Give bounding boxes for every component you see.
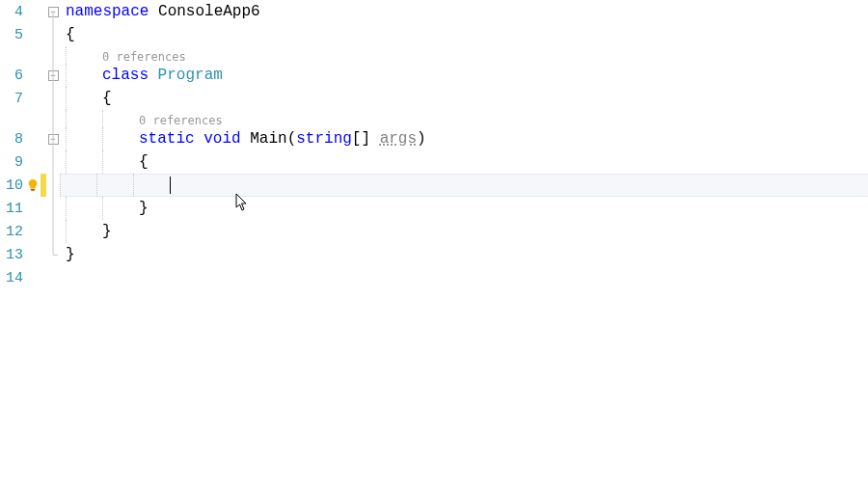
- line-number: 5: [0, 27, 25, 43]
- lightbulb-icon[interactable]: [25, 174, 41, 197]
- code-line[interactable]: class Program: [60, 64, 868, 87]
- namespace-name: ConsoleApp6: [149, 3, 259, 20]
- codelens[interactable]: 0 references: [60, 46, 868, 64]
- glyph-margin: [25, 243, 41, 266]
- brace: {: [66, 26, 75, 43]
- fold-toggle[interactable]: −: [46, 0, 60, 23]
- code-line[interactable]: {: [60, 87, 868, 110]
- fold-toggle[interactable]: −: [46, 64, 60, 87]
- code-line[interactable]: }: [60, 243, 868, 266]
- svg-rect-0: [31, 189, 35, 190]
- line-number-spacer: [0, 110, 25, 127]
- codelens[interactable]: 0 references: [60, 110, 868, 127]
- space: [195, 130, 204, 148]
- param-args: args: [380, 130, 417, 148]
- brace: }: [139, 200, 149, 217]
- line-number: 11: [0, 201, 25, 217]
- glyph-margin: [25, 127, 41, 150]
- outline-guide: [46, 197, 60, 220]
- code-area[interactable]: namespace ConsoleApp6 { 0 references cla…: [60, 0, 868, 488]
- keyword-class: class: [102, 67, 149, 84]
- code-line[interactable]: {: [60, 23, 868, 46]
- code-line[interactable]: static void Main(string[] args): [60, 127, 868, 150]
- line-number: 12: [0, 224, 25, 240]
- code-line[interactable]: namespace ConsoleApp6: [60, 0, 868, 23]
- keyword-namespace: namespace: [66, 3, 149, 20]
- line-number: 9: [0, 154, 25, 171]
- glyph-margin: [25, 197, 41, 220]
- outline-guide: [46, 266, 60, 289]
- glyph-margin: [25, 23, 41, 46]
- line-number: 7: [0, 91, 25, 107]
- line-number: 8: [0, 131, 25, 148]
- glyph-margin: [25, 87, 41, 110]
- keyword-static: static: [139, 130, 195, 148]
- glyph-margin: [25, 64, 41, 87]
- line-number-spacer: [0, 46, 25, 64]
- code-editor[interactable]: 4 − 5 6: [0, 0, 868, 488]
- line-number: 13: [0, 247, 25, 263]
- method-name: Main(: [241, 130, 297, 148]
- keyword-string: string: [296, 130, 352, 148]
- codelens-text[interactable]: 0 references: [139, 114, 223, 127]
- line-number: 10: [0, 177, 25, 194]
- outline-guide: [46, 110, 60, 127]
- glyph-margin: [25, 110, 41, 127]
- brace: }: [66, 246, 75, 263]
- codelens-text[interactable]: 0 references: [102, 50, 186, 64]
- glyph-margin: [25, 220, 41, 243]
- outline-guide: [46, 150, 60, 174]
- outline-guide: [46, 87, 60, 110]
- code-line[interactable]: [60, 266, 868, 289]
- glyph-margin: [25, 46, 41, 64]
- code-line-current[interactable]: [60, 174, 868, 197]
- line-number: 14: [0, 270, 25, 286]
- outline-guide: [46, 46, 60, 64]
- brace: {: [102, 90, 112, 107]
- line-number: 4: [0, 4, 25, 20]
- current-line-highlight: [60, 174, 868, 197]
- gutter: 4 − 5 6: [0, 0, 60, 488]
- array-brackets: []: [352, 130, 380, 148]
- line-number: 6: [0, 68, 25, 84]
- brace: }: [102, 223, 112, 240]
- code-line[interactable]: }: [60, 197, 868, 220]
- keyword-void: void: [203, 130, 240, 148]
- glyph-margin: [25, 150, 41, 174]
- outline-guide-end: [46, 243, 60, 266]
- fold-toggle[interactable]: −: [46, 127, 60, 150]
- brace: {: [139, 153, 149, 171]
- text-cursor: [170, 176, 171, 194]
- type-name: Program: [149, 67, 223, 84]
- outline-guide: [46, 174, 60, 197]
- code-line[interactable]: {: [60, 150, 868, 174]
- outline-guide: [46, 23, 60, 46]
- code-line[interactable]: }: [60, 220, 868, 243]
- glyph-margin: [25, 266, 41, 289]
- svg-rect-1: [31, 190, 35, 191]
- glyph-margin: [25, 0, 41, 23]
- close-paren: ): [417, 130, 426, 148]
- outline-guide: [46, 220, 60, 243]
